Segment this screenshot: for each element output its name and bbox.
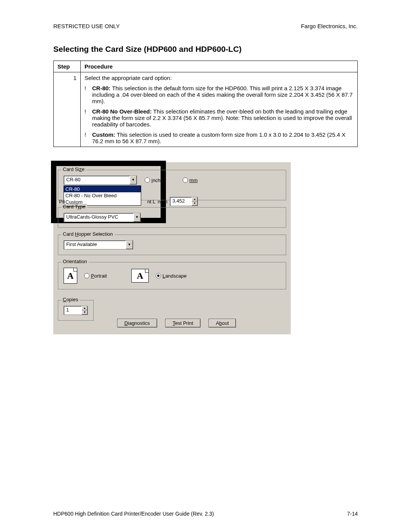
printer-dialog: Card Size CR-80 inches mm CR-80 CR-80 - … [53,162,291,334]
hopper-value: First Available [64,241,126,249]
footer-left: HDP600 High Definition Card Printer/Enco… [53,511,214,517]
chevron-down-icon[interactable] [129,176,137,184]
spin-down-icon[interactable]: ▼ [191,201,198,206]
chevron-down-icon[interactable] [126,241,133,249]
header-left: RESTRICTED USE ONLY [53,23,120,29]
bullet-mark: ! [84,108,92,128]
step-intro: Select the appropriate card option: [84,75,354,81]
b1-text: This selection is the default form size … [92,85,353,104]
spin-up-icon[interactable]: ▲ [81,306,88,310]
step-body: Select the appropriate card option: ! CR… [81,72,358,147]
portrait-icon: A [64,268,77,284]
print-length-field[interactable]: 3.452 ▲▼ [170,197,198,206]
landscape-radio[interactable]: Landscape [156,273,187,279]
spin-down-icon[interactable]: ▼ [81,310,88,315]
header-right: Fargo Electronics, Inc. [301,23,358,29]
bullet-mark: ! [84,131,92,144]
spin-up-icon[interactable]: ▲ [191,197,198,201]
b3-label: Custom: [92,131,115,138]
b1-label: CR-80: [92,85,110,91]
footer-right: 7-14 [347,511,358,517]
print-length-value: 3.452 [170,197,191,206]
length-label-fragment2: ngth [158,199,167,204]
copies-field[interactable]: 1 ▲▼ [64,306,88,315]
procedure-table: Step Procedure 1 Select the appropriate … [53,61,358,147]
card-size-value: CR-80 [64,176,129,184]
chevron-down-icon[interactable] [133,213,140,222]
b3-text: This selection is used to create a custo… [92,131,346,144]
about-button[interactable]: About [209,319,236,328]
card-type-group-label: Card Type [61,204,87,209]
landscape-icon: A [131,269,149,283]
diagnostics-button[interactable]: Diagnostics [117,319,157,328]
copies-value: 1 [64,306,81,315]
bullet-mark: ! [84,85,92,104]
page-title: Selecting the Card Size (HDP600 and HDP6… [53,45,358,54]
test-print-button[interactable]: Test Print [165,319,200,328]
card-size-combo[interactable]: CR-80 [64,176,137,185]
card-size-group-label: Card Size [61,166,86,172]
unit-mm-radio[interactable]: mm [183,177,198,183]
hopper-combo[interactable]: First Available [64,240,133,249]
orientation-group-label: Orientation [61,259,89,264]
option-cr80[interactable]: CR-80 [64,186,141,192]
hopper-group-label: Card Hopper Selection [61,231,115,237]
copies-group-label: Copies [61,297,80,302]
b2-label: CR-80 No Over-Bleed: [92,108,152,115]
col-step: Step [54,61,81,72]
step-number: 1 [54,72,81,147]
length-label-fragment: nt L [147,199,156,204]
card-type-value: UltraCards-Glossy PVC [64,213,133,222]
portrait-radio[interactable]: Portrait [84,273,107,279]
card-type-combo[interactable]: UltraCards-Glossy PVC [64,213,141,222]
unit-inches-radio[interactable]: inches [145,177,166,183]
col-procedure: Procedure [81,61,358,72]
